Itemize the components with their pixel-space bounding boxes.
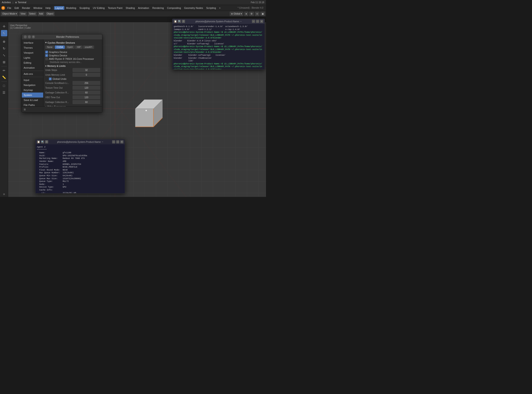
rotate-tool[interactable]: ↻ bbox=[1, 45, 7, 52]
select-menu[interactable]: Select bbox=[28, 12, 37, 16]
toolbar-collapse[interactable]: ≡ bbox=[3, 192, 5, 196]
term2-close[interactable]: ✕ bbox=[120, 140, 124, 144]
workspace-animation[interactable]: Animation bbox=[137, 6, 150, 10]
term1-search-btn[interactable]: 🔍 bbox=[178, 20, 181, 23]
menu-render[interactable]: Render bbox=[21, 6, 32, 10]
pref-item-keymap[interactable]: Keymap bbox=[22, 88, 43, 93]
add-cube-tool[interactable]: □ bbox=[1, 83, 7, 89]
undo-steps-value[interactable]: 32 bbox=[72, 68, 100, 72]
terminal-2-content: Agent 2 ******** Name: gfx1100 Uuid: GPU… bbox=[36, 144, 125, 193]
pref-item-themes[interactable]: Themes bbox=[22, 45, 43, 50]
viewport-perspective-label: User Perspective bbox=[10, 24, 31, 27]
transform-tool[interactable]: ⊞ bbox=[1, 59, 7, 65]
term1-maximize[interactable]: □ bbox=[256, 20, 259, 23]
pref-item-navigation[interactable]: Navigation bbox=[22, 83, 43, 88]
svg-marker-4 bbox=[135, 109, 154, 127]
garbage-collection-2-value[interactable]: 60 bbox=[72, 100, 100, 104]
move-tool[interactable]: ⊕ bbox=[1, 38, 7, 45]
add-menu[interactable]: Add bbox=[38, 12, 45, 16]
term1-line-2: lammps-1.4.0/ nand-1.2.1/ v-ray-1.4.0/ bbox=[174, 28, 263, 31]
pref-item-system[interactable]: System bbox=[22, 93, 43, 98]
workspace-geometry-nodes[interactable]: Geometry Nodes bbox=[183, 6, 204, 10]
toolbar-separator-1 bbox=[1, 37, 7, 37]
menu-separator bbox=[53, 6, 53, 10]
scale-tool[interactable]: ⤡ bbox=[1, 52, 7, 58]
view-menu[interactable]: View bbox=[19, 12, 27, 16]
menu-file[interactable]: File bbox=[6, 6, 13, 10]
menu-window[interactable]: Window bbox=[32, 6, 44, 10]
graphics-device-row-2: ✓ Graphics Device bbox=[45, 54, 100, 57]
annotate-tool[interactable]: ✏ bbox=[1, 67, 7, 74]
cuda-tab-optix[interactable]: OptiX bbox=[65, 46, 75, 49]
term1-close[interactable]: ✕ bbox=[260, 20, 263, 23]
cuda-tab-hip[interactable]: HIP bbox=[75, 46, 83, 49]
workspace-scripting[interactable]: Scripting bbox=[205, 6, 217, 10]
viewport-overlays[interactable]: ⊙ bbox=[255, 12, 259, 16]
amd-processor-checkbox[interactable] bbox=[45, 57, 48, 60]
cycles-section-header[interactable]: ▾ Cycles Render Devices bbox=[45, 41, 100, 44]
pref-item-interface[interactable]: Interface bbox=[22, 40, 43, 45]
menu-help[interactable]: Help bbox=[44, 6, 52, 10]
workspace-shading[interactable]: Shading bbox=[124, 6, 136, 10]
term1-minimize[interactable]: ─ bbox=[252, 20, 255, 23]
pref-item-input[interactable]: Input bbox=[22, 78, 43, 83]
context-menu-tool[interactable]: ☰ bbox=[1, 89, 7, 96]
pref-close-btn[interactable]: ✕ bbox=[32, 35, 35, 38]
term2-search-btn[interactable]: 🔍 bbox=[41, 140, 44, 144]
pref-maximize-btn[interactable]: □ bbox=[28, 35, 31, 38]
object-menu[interactable]: Object bbox=[46, 12, 55, 16]
vbo-timeout-value[interactable]: 120 bbox=[72, 95, 100, 99]
blender-logo: B bbox=[1, 6, 5, 10]
object-mode-dropdown[interactable]: Object Mode ▾ bbox=[1, 12, 18, 16]
terminal-2-titlebar[interactable]: 📋 🔍 ☰ phoronix@phoronix-System-Product-N… bbox=[36, 139, 125, 144]
cursor-tool[interactable]: ✛ bbox=[1, 23, 7, 30]
viewport-options[interactable]: ⚙ bbox=[249, 12, 254, 16]
toolbar-separator-3 bbox=[1, 81, 7, 82]
measure-tool[interactable]: 📏 bbox=[1, 74, 7, 80]
term1-menu-btn[interactable]: ☰ bbox=[182, 20, 185, 23]
memory-arrow-icon: ▾ bbox=[45, 65, 46, 67]
workspace-texture-paint[interactable]: Texture Paint bbox=[106, 6, 124, 10]
workspace-modeling[interactable]: Modeling bbox=[65, 6, 78, 10]
term2-minimize[interactable]: ─ bbox=[112, 140, 115, 144]
workspace-layout[interactable]: Layout bbox=[54, 6, 64, 10]
pref-item-save-load[interactable]: Save & Load bbox=[22, 98, 43, 103]
preferences-menu-btn[interactable]: ≡ bbox=[24, 108, 26, 112]
workspace-uv-editing[interactable]: UV Editing bbox=[91, 6, 106, 10]
pref-item-file-paths[interactable]: File Paths bbox=[22, 103, 43, 108]
select-tool[interactable]: ↖ bbox=[1, 30, 7, 36]
graphics-device-checkbox-2[interactable]: ✓ bbox=[45, 54, 48, 57]
workspace-compositing[interactable]: Compositing bbox=[166, 6, 182, 10]
cuda-tab-cuda[interactable]: CUDA bbox=[55, 46, 65, 49]
workspace-rendering[interactable]: Rendering bbox=[151, 6, 165, 10]
viewport-xray[interactable]: ▣ bbox=[260, 12, 265, 16]
pref-item-editing[interactable]: Editing bbox=[22, 60, 43, 65]
pref-item-lights[interactable]: Lights bbox=[22, 55, 43, 60]
garbage-collection-1-value[interactable]: 60 bbox=[72, 90, 100, 95]
cuda-tab-none[interactable]: None bbox=[45, 46, 54, 49]
viewport-shading-solid[interactable]: ● bbox=[244, 12, 248, 16]
terminal-1-titlebar[interactable]: 📋 🔍 ☰ phoronix@phoronix-System-Product-N… bbox=[172, 19, 265, 24]
pref-item-addons[interactable]: Add-ons bbox=[22, 71, 43, 76]
texture-timeout-value[interactable]: 120 bbox=[72, 86, 100, 90]
memory-subsection[interactable]: ▾ Memory & Limits bbox=[45, 65, 100, 67]
graphics-device-checkbox-1[interactable]: ✓ bbox=[45, 51, 48, 53]
garbage-collection-2-label: Garbage Collection R... bbox=[45, 101, 72, 104]
video-subsection[interactable]: ▾ Video Sequencer bbox=[45, 105, 100, 106]
cuda-tab-oneapi[interactable]: oneAPI bbox=[83, 46, 94, 49]
console-scrollback-value[interactable]: 256 bbox=[72, 81, 100, 85]
pref-minimize-btn[interactable]: ─ bbox=[24, 35, 27, 38]
preferences-titlebar[interactable]: ─ □ ✕ Blender Preferences bbox=[22, 34, 102, 39]
undo-memory-value[interactable]: 0 bbox=[72, 73, 100, 77]
workspace-sculpting[interactable]: Sculpting bbox=[78, 6, 91, 10]
pref-item-animation[interactable]: Animation bbox=[22, 65, 43, 70]
activities-button[interactable]: Activities bbox=[2, 1, 11, 4]
menu-edit[interactable]: Edit bbox=[13, 6, 20, 10]
term2-maximize[interactable]: □ bbox=[116, 140, 119, 144]
pref-item-viewport[interactable]: Viewport bbox=[22, 50, 43, 55]
global-dropdown[interactable]: ⊕ Global ▾ bbox=[230, 12, 243, 16]
term2-menu-btn[interactable]: ☰ bbox=[45, 140, 48, 144]
global-undo-checkbox[interactable]: ✓ bbox=[49, 78, 52, 80]
top-bar-left: Activities | 🖥 Terminal bbox=[2, 1, 26, 4]
workspace-add[interactable]: + bbox=[218, 6, 222, 10]
